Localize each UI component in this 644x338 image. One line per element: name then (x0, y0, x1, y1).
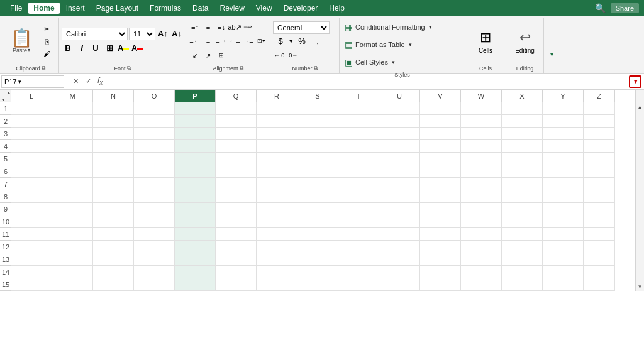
cell-N3[interactable] (93, 128, 134, 140)
cell-W9[interactable] (461, 203, 502, 215)
cell-L5[interactable] (11, 153, 52, 165)
comma-button[interactable]: , (310, 35, 325, 48)
cell-V14[interactable] (420, 266, 461, 278)
cell-M9[interactable] (52, 203, 93, 215)
cell-Z6[interactable] (584, 165, 615, 178)
cell-X11[interactable] (502, 228, 543, 241)
cell-U5[interactable] (379, 153, 420, 165)
cell-P12[interactable] (175, 241, 216, 253)
col-header-X[interactable]: X (502, 90, 543, 102)
italic-button[interactable]: I (75, 42, 88, 55)
cell-Z5[interactable] (584, 153, 615, 165)
col-header-L[interactable]: L (11, 90, 52, 102)
menu-view[interactable]: View (251, 3, 277, 14)
cell-L2[interactable] (11, 115, 52, 128)
cell-P4[interactable] (175, 140, 216, 153)
cell-T8[interactable] (338, 190, 379, 203)
cell-Y7[interactable] (543, 178, 584, 190)
cell-O6[interactable] (134, 165, 175, 178)
cell-W6[interactable] (461, 165, 502, 178)
borders-button[interactable]: ⊞ (103, 42, 116, 55)
font-color-button[interactable]: A (131, 42, 143, 55)
cell-N12[interactable] (93, 241, 134, 253)
cell-M4[interactable] (52, 140, 93, 153)
cell-Q14[interactable] (216, 266, 257, 278)
cell-Q12[interactable] (216, 241, 257, 253)
row-number-15[interactable]: 15 (0, 278, 11, 291)
cell-V3[interactable] (420, 128, 461, 140)
cell-Z3[interactable] (584, 128, 615, 140)
format-as-table-button[interactable]: ▤ Format as Table ▾ (342, 36, 414, 53)
cell-P1[interactable] (175, 102, 216, 115)
cell-Y8[interactable] (543, 190, 584, 203)
cell-R11[interactable] (257, 228, 297, 241)
align-top-button[interactable]: ≡↑ (189, 21, 201, 33)
cell-Q13[interactable] (216, 253, 257, 266)
cell-T11[interactable] (338, 228, 379, 241)
cell-R1[interactable] (257, 102, 297, 115)
cell-L11[interactable] (11, 228, 52, 241)
cell-X3[interactable] (502, 128, 543, 140)
cell-S14[interactable] (297, 266, 338, 278)
cell-V12[interactable] (420, 241, 461, 253)
cell-O8[interactable] (134, 190, 175, 203)
cell-N1[interactable] (93, 102, 134, 115)
cell-T14[interactable] (338, 266, 379, 278)
cell-O4[interactable] (134, 140, 175, 153)
cell-R7[interactable] (257, 178, 297, 190)
indent-decrease-button[interactable]: ←≡ (228, 35, 241, 47)
row-number-2[interactable]: 2 (0, 115, 11, 128)
row-number-4[interactable]: 4 (0, 140, 11, 153)
cell-R9[interactable] (257, 203, 297, 215)
cell-Z15[interactable] (584, 278, 615, 291)
cell-U11[interactable] (379, 228, 420, 241)
decrease-indent-btn2[interactable]: ↙ (189, 49, 201, 62)
align-middle-button[interactable]: ≡ (202, 21, 214, 33)
cell-Q4[interactable] (216, 140, 257, 153)
cell-Y2[interactable] (543, 115, 584, 128)
cell-S6[interactable] (297, 165, 338, 178)
cell-Q1[interactable] (216, 102, 257, 115)
cell-R8[interactable] (257, 190, 297, 203)
cell-L4[interactable] (11, 140, 52, 153)
align-center-button[interactable]: ≡ (202, 35, 214, 47)
percent-button[interactable]: % (294, 35, 309, 48)
cell-U3[interactable] (379, 128, 420, 140)
cell-P3[interactable] (175, 128, 216, 140)
cell-P7[interactable] (175, 178, 216, 190)
scroll-track[interactable] (636, 111, 645, 282)
col-header-S[interactable]: S (297, 90, 338, 102)
cell-L1[interactable] (11, 102, 52, 115)
cell-N11[interactable] (93, 228, 134, 241)
cell-V15[interactable] (420, 278, 461, 291)
cell-X10[interactable] (502, 215, 543, 228)
decrease-font-button[interactable]: A↓ (170, 28, 183, 40)
cell-Q11[interactable] (216, 228, 257, 241)
cell-N9[interactable] (93, 203, 134, 215)
cell-R3[interactable] (257, 128, 297, 140)
font-size-select[interactable]: 11 (129, 28, 155, 40)
cell-V9[interactable] (420, 203, 461, 215)
row-number-7[interactable]: 7 (0, 178, 11, 190)
cell-S11[interactable] (297, 228, 338, 241)
decrease-decimal-button[interactable]: ←.0 (273, 49, 286, 62)
cell-S4[interactable] (297, 140, 338, 153)
cell-L14[interactable] (11, 266, 52, 278)
col-header-O[interactable]: O (134, 90, 175, 102)
cell-M1[interactable] (52, 102, 93, 115)
cell-O12[interactable] (134, 241, 175, 253)
cell-Y3[interactable] (543, 128, 584, 140)
cell-M12[interactable] (52, 241, 93, 253)
alignment-expand-icon[interactable]: ⧉ (240, 65, 243, 72)
cut-button[interactable]: ✂ (39, 24, 54, 35)
cell-W4[interactable] (461, 140, 502, 153)
align-bottom-button[interactable]: ≡↓ (215, 21, 228, 33)
cell-X9[interactable] (502, 203, 543, 215)
cell-Q7[interactable] (216, 178, 257, 190)
cell-V2[interactable] (420, 115, 461, 128)
cell-Q3[interactable] (216, 128, 257, 140)
cell-U8[interactable] (379, 190, 420, 203)
cell-L12[interactable] (11, 241, 52, 253)
cell-U9[interactable] (379, 203, 420, 215)
cell-O9[interactable] (134, 203, 175, 215)
